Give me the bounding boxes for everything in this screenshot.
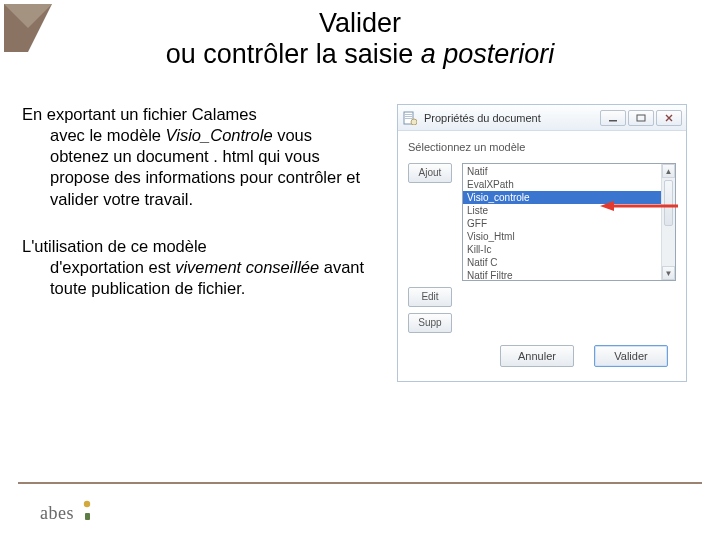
title-line-2: ou contrôler la saisie a posteriori: [0, 39, 720, 70]
list-item[interactable]: Visio_Html: [463, 230, 661, 243]
svg-rect-5: [405, 116, 412, 117]
footer-rule: [18, 482, 702, 484]
title-line-2-italic: a posteriori: [421, 39, 555, 69]
scroll-thumb[interactable]: [664, 180, 673, 226]
dialog-title: Propriétés du document: [424, 112, 600, 124]
listbox-scrollbar[interactable]: ▲ ▼: [661, 164, 675, 280]
list-item[interactable]: Visio_controle: [463, 191, 661, 204]
svg-point-12: [84, 501, 90, 507]
svg-rect-8: [609, 120, 617, 122]
ajout-button[interactable]: Ajout: [408, 163, 452, 183]
scroll-up-button[interactable]: ▲: [662, 164, 675, 178]
slide-title: Valider ou contrôler la saisie a posteri…: [0, 0, 720, 94]
svg-rect-4: [405, 114, 412, 115]
p1-rest-a: avec le modèle: [50, 126, 166, 144]
p2-indent: d'exportation est vivement conseillée av…: [22, 257, 372, 299]
list-item[interactable]: Kill-Ic: [463, 243, 661, 256]
p1-model-name: Visio_Controle: [166, 126, 273, 144]
svg-rect-13: [85, 513, 90, 520]
p2-reco: vivement conseillée: [175, 258, 319, 276]
paragraph-2: L'utilisation de ce modèle d'exportation…: [22, 236, 372, 299]
list-item[interactable]: Natif Filtre: [463, 269, 661, 281]
footer-logo: abes: [40, 498, 100, 528]
export-dialog: Propriétés du document Sélectionnez un m…: [397, 104, 687, 382]
list-item[interactable]: Liste: [463, 204, 661, 217]
brand-text: abes: [40, 503, 74, 524]
maximize-button[interactable]: [628, 110, 654, 126]
validate-button[interactable]: Valider: [594, 345, 668, 367]
p2-lead: L'utilisation de ce modèle: [22, 237, 207, 255]
list-item[interactable]: Natif: [463, 165, 661, 178]
p1-lead: En exportant un fichier Calames: [22, 105, 257, 123]
title-line-2-prefix: ou contrôler la saisie: [166, 39, 421, 69]
minimize-button[interactable]: [600, 110, 626, 126]
document-properties-icon: [402, 110, 418, 126]
svg-point-7: [411, 119, 417, 125]
scroll-down-button[interactable]: ▼: [662, 266, 675, 280]
cancel-button[interactable]: Annuler: [500, 345, 574, 367]
list-item[interactable]: Natif C: [463, 256, 661, 269]
instruction-label: Sélectionnez un modèle: [408, 141, 676, 153]
p2-rest-a: d'exportation est: [50, 258, 175, 276]
edit-button[interactable]: Edit: [408, 287, 452, 307]
p1-indent: avec le modèle Visio_Controle vous obten…: [22, 125, 372, 209]
list-item[interactable]: EvalXPath: [463, 178, 661, 191]
close-button[interactable]: [656, 110, 682, 126]
body-text: En exportant un fichier Calames avec le …: [22, 104, 372, 382]
list-item[interactable]: GFF: [463, 217, 661, 230]
brand-dots-icon: [82, 498, 100, 528]
title-line-1: Valider: [0, 8, 720, 39]
corner-logo: [4, 4, 52, 52]
model-listbox[interactable]: NatifEvalXPathVisio_controleListeGFFVisi…: [462, 163, 676, 281]
dialog-titlebar[interactable]: Propriétés du document: [398, 105, 686, 131]
svg-rect-6: [405, 118, 412, 119]
paragraph-1: En exportant un fichier Calames avec le …: [22, 104, 372, 210]
supp-button[interactable]: Supp: [408, 313, 452, 333]
svg-rect-9: [637, 115, 645, 121]
